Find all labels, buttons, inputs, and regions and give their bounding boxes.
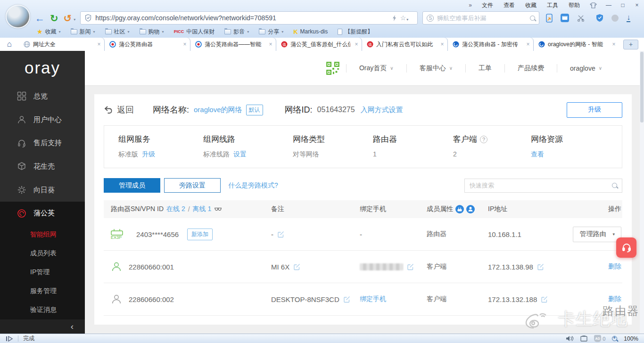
tab-close-icon[interactable]: × bbox=[525, 41, 531, 48]
favorite-folder-share[interactable]: 分享 ▾ bbox=[259, 28, 283, 36]
router-badge-icon[interactable] bbox=[455, 205, 464, 213]
tab-site-nav[interactable]: 网址大全 × bbox=[19, 38, 105, 51]
glasses-filter-icon[interactable] bbox=[214, 207, 222, 212]
delete-member-link[interactable]: 删除 bbox=[608, 262, 621, 271]
undo-recently-closed-icon[interactable]: ↺ bbox=[64, 13, 72, 23]
zoom-level[interactable]: 100% bbox=[624, 335, 638, 342]
refresh-icon[interactable]: ↻ bbox=[50, 13, 58, 23]
app-market-icon[interactable] bbox=[561, 14, 569, 22]
quick-search-box[interactable] bbox=[464, 179, 622, 193]
search-icon[interactable] bbox=[612, 183, 617, 188]
scissors-caret-icon[interactable]: ▾ bbox=[581, 17, 583, 22]
nav-oray-home[interactable]: Oray首页 ∨ bbox=[347, 64, 406, 73]
status-run-icon[interactable] bbox=[6, 336, 13, 342]
window-restore-button[interactable]: □ bbox=[616, 2, 630, 8]
speaker-icon[interactable] bbox=[566, 335, 574, 342]
nav-work-order[interactable]: 工单 bbox=[466, 64, 504, 73]
menu-view[interactable]: 查看 bbox=[498, 1, 520, 9]
favorite-folder-news[interactable]: 新闻 ▾ bbox=[71, 28, 95, 36]
tab-pgy-router-2[interactable]: 蒲公英路由器——智能 × bbox=[190, 38, 276, 51]
home-tab-button[interactable]: ⌂ bbox=[0, 38, 19, 51]
edit-remark-icon[interactable] bbox=[343, 296, 350, 303]
menu-favorites[interactable]: 收藏 bbox=[520, 1, 542, 9]
tab-close-icon[interactable]: × bbox=[267, 41, 274, 48]
sidebar-item-overview[interactable]: 总览 bbox=[0, 85, 85, 108]
favorite-reminder[interactable]: 【新提醒】 bbox=[338, 28, 373, 36]
delete-member-link[interactable]: 删除 bbox=[608, 295, 621, 303]
favorite-picc[interactable]: PICC 中国人保财 bbox=[174, 28, 215, 36]
sidebar-subitem-ip-management[interactable]: IP管理 bbox=[0, 263, 85, 282]
url-text[interactable]: https://pgy.oray.com/console/network/vie… bbox=[95, 14, 388, 22]
user-avatar[interactable] bbox=[6, 5, 30, 28]
window-close-button[interactable]: × bbox=[630, 2, 644, 8]
customer-service-float-button[interactable] bbox=[616, 237, 636, 258]
nav-account-menu[interactable]: oraglove ∨ bbox=[557, 65, 615, 72]
help-icon[interactable]: ? bbox=[480, 136, 487, 143]
network-name-link[interactable]: oraglove的网络 bbox=[194, 106, 242, 114]
client-badge-icon[interactable] bbox=[466, 205, 475, 213]
edit-phone-icon[interactable] bbox=[407, 263, 414, 270]
zoom-icon[interactable] bbox=[612, 336, 617, 341]
favorite-folder-community[interactable]: 社区 ▾ bbox=[105, 28, 130, 36]
sidebar-subitem-service-management[interactable]: 服务管理 bbox=[0, 282, 85, 301]
nav-product-renewal[interactable]: 产品续费 bbox=[505, 64, 557, 73]
oray-logo[interactable]: oray bbox=[0, 51, 85, 85]
sidebar-item-sunflower[interactable]: 向日葵 bbox=[0, 178, 85, 202]
bookmark-star-icon[interactable]: ☆ bbox=[400, 14, 406, 22]
scrollbar-thumb[interactable] bbox=[640, 52, 644, 122]
sidebar-collapse-button[interactable]: ‹ bbox=[0, 319, 85, 334]
menu-overflow-icon[interactable]: » bbox=[464, 2, 477, 8]
search-icon[interactable] bbox=[530, 16, 535, 21]
tab-pgy-encrypted[interactable]: 蒲公英路由器 - 加密传 × bbox=[448, 38, 534, 51]
join-method-settings-link[interactable]: 入网方式设置 bbox=[361, 106, 403, 114]
site-safety-shield-icon[interactable] bbox=[85, 14, 91, 22]
sidebar-item-support[interactable]: 售后支持 bbox=[0, 131, 85, 155]
back-button[interactable]: 返回 bbox=[104, 104, 134, 115]
sidebar-subitem-verify-messages[interactable]: 验证消息 bbox=[0, 301, 85, 319]
undo-dropdown-caret-icon[interactable]: ▾ bbox=[74, 17, 75, 22]
favorite-folder-media[interactable]: 影音 ▾ bbox=[224, 28, 249, 36]
favorite-folder-shopping[interactable]: 购物 ▾ bbox=[140, 28, 164, 36]
skin-icon[interactable] bbox=[590, 2, 597, 8]
tab-smzdm-article[interactable]: 值 蒲公英_值客原创_什么值 × bbox=[276, 38, 362, 51]
tab-private-cloud[interactable]: 值 入门私有云也可以如此 × bbox=[362, 38, 448, 51]
sidebar-item-hsk[interactable]: 花生壳 bbox=[0, 155, 85, 179]
menu-file[interactable]: 文件 bbox=[477, 1, 498, 9]
qr-code-icon[interactable] bbox=[326, 62, 339, 75]
download-manager-icon[interactable]: ↓ bbox=[627, 14, 630, 23]
menu-tools[interactable]: 工具 bbox=[542, 1, 563, 9]
sidebar-subitem-smart-network[interactable]: 智能组网 bbox=[0, 225, 85, 244]
ad-blocker-badge[interactable]: AD 0 bbox=[594, 335, 605, 342]
nav-support-center[interactable]: 客服中心 ∨ bbox=[407, 64, 465, 73]
new-tab-button[interactable]: + bbox=[623, 40, 638, 49]
screenshot-scissors-icon[interactable]: ▾ bbox=[577, 15, 588, 22]
more-options-icon[interactable] bbox=[611, 15, 619, 22]
mobile-sync-icon[interactable] bbox=[546, 14, 553, 23]
bind-phone-link[interactable]: 绑定手机 bbox=[360, 295, 386, 303]
tab-pgy-router-1[interactable]: 蒲公英路由器 × bbox=[105, 38, 190, 51]
page-scrollbar[interactable] bbox=[640, 51, 644, 334]
bookmark-dropdown-caret-icon[interactable]: ▾ bbox=[406, 17, 408, 22]
online-filter-link[interactable]: 在线 2 bbox=[166, 205, 185, 213]
edit-remark-icon[interactable] bbox=[277, 231, 284, 238]
media-window-icon[interactable] bbox=[580, 335, 587, 342]
sidebar-item-pgy[interactable]: 蒲公英 bbox=[0, 202, 85, 225]
sidebar-item-user-center[interactable]: 用户中心 bbox=[0, 108, 85, 131]
tab-oraglove-network-active[interactable]: oraglove的网络 - 智能 × bbox=[534, 38, 619, 51]
offline-filter-link[interactable]: 离线 1 bbox=[193, 205, 212, 213]
tab-close-icon[interactable]: × bbox=[96, 41, 102, 48]
back-button-icon[interactable]: ← bbox=[35, 13, 45, 23]
favorites-root[interactable]: ★ 收藏 ▾ bbox=[37, 28, 61, 36]
tab-close-icon[interactable]: × bbox=[182, 41, 188, 48]
edit-ip-icon[interactable] bbox=[541, 296, 548, 303]
quick-search-input[interactable] bbox=[470, 182, 608, 189]
favorite-markus[interactable]: K Markus-dis bbox=[293, 28, 328, 35]
window-minimize-button[interactable]: — bbox=[602, 2, 616, 8]
lightning-extension-icon[interactable] bbox=[392, 15, 396, 21]
view-resources-link[interactable]: 查看 bbox=[531, 150, 544, 159]
upgrade-link[interactable]: 升级 bbox=[142, 150, 155, 159]
manage-router-dropdown-button[interactable]: 管理路由 ▾ bbox=[573, 227, 621, 242]
upgrade-button[interactable]: 升级 bbox=[567, 102, 622, 118]
address-bar[interactable]: https://pgy.oray.com/console/network/vie… bbox=[80, 11, 418, 24]
line-settings-link[interactable]: 设置 bbox=[233, 150, 247, 159]
